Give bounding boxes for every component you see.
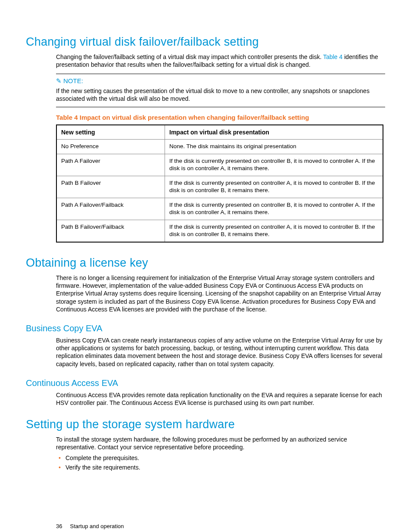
heading-business-copy: Business Copy EVA	[26, 323, 385, 334]
heading-continuous-access: Continuous Access EVA	[26, 377, 385, 389]
para-text: Changing the failover/failback setting o…	[56, 53, 323, 60]
table-failover-impact: New setting Impact on virtual disk prese…	[56, 124, 383, 243]
para-setup-hardware: To install the storage system hardware, …	[56, 436, 385, 451]
note-label: NOTE:	[63, 77, 83, 84]
list-item: Complete the prerequisites.	[56, 454, 385, 462]
para-text: Business Copy EVA can create nearly inst…	[56, 336, 385, 368]
heading-license-key: Obtaining a license key	[26, 255, 385, 271]
para-continuous-access: Continuous Access EVA provides remote da…	[56, 391, 385, 407]
table-header: New setting	[56, 125, 165, 140]
table-cell: If the disk is currently presented on co…	[165, 198, 383, 220]
para-text: To install the storage system hardware, …	[56, 436, 385, 451]
link-table4[interactable]: Table 4	[323, 53, 342, 60]
note-body: If the new setting causes the presentati…	[56, 87, 385, 103]
footer-title: Startup and operation	[70, 523, 124, 529]
note-icon: ✎	[56, 77, 62, 84]
para-business-copy: Business Copy EVA can create nearly inst…	[56, 336, 385, 368]
table-cell: If the disk is currently presented on co…	[165, 154, 383, 176]
heading-setup-hardware: Setting up the storage system hardware	[26, 417, 385, 432]
para-text: There is no longer a licensing requireme…	[56, 274, 385, 313]
table-cell: Path B Failover/Failback	[56, 220, 165, 242]
note-heading: ✎NOTE:	[56, 77, 385, 85]
para-text: Continuous Access EVA provides remote da…	[56, 391, 385, 407]
list-item: Verify the site requirements.	[56, 464, 385, 471]
table-row: No PreferenceNone. The disk maintains it…	[56, 140, 383, 154]
table-header: Impact on virtual disk presentation	[165, 125, 383, 140]
table-row: Path B FailoverIf the disk is currently …	[56, 176, 383, 198]
table-cell: No Preference	[56, 140, 165, 154]
page-footer: 36Startup and operation	[56, 523, 385, 530]
para-license-key: There is no longer a licensing requireme…	[56, 274, 385, 313]
table-cell: If the disk is currently presented on co…	[165, 220, 383, 242]
table-row: Path A FailoverIf the disk is currently …	[56, 154, 383, 176]
table-row: Path B Failover/FailbackIf the disk is c…	[56, 220, 383, 242]
note-block: ✎NOTE: If the new setting causes the pre…	[56, 74, 385, 107]
table-cell: Path A Failover	[56, 154, 165, 176]
heading-changing-failover: Changing virtual disk failover/failback …	[26, 34, 385, 50]
para-changing-failover: Changing the failover/failback setting o…	[56, 53, 385, 68]
table-cell: If the disk is currently presented on co…	[165, 176, 383, 198]
table-cell: None. The disk maintains its original pr…	[165, 140, 383, 154]
table-cell: Path A Failover/Failback	[56, 198, 165, 220]
page-number: 36	[56, 523, 62, 529]
table-row: Path A Failover/FailbackIf the disk is c…	[56, 198, 383, 220]
table-cell: Path B Failover	[56, 176, 165, 198]
bullet-list: Complete the prerequisites.Verify the si…	[56, 454, 385, 471]
table-caption: Table 4 Impact on virtual disk presentat…	[56, 113, 385, 122]
